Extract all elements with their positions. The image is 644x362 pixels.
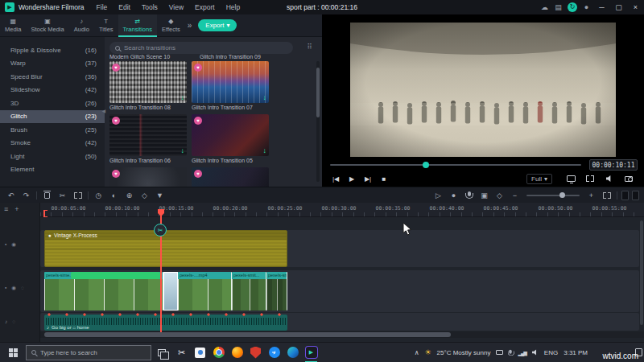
transition-thumbnail[interactable]: ♥ [192, 167, 269, 187]
add-keyframe-button[interactable]: ◇ [492, 191, 507, 200]
eye-icon[interactable]: ◉ [11, 241, 16, 248]
preview-fit-dropdown[interactable]: Full ▾ [526, 174, 552, 184]
split-button[interactable]: ✂ [55, 191, 70, 200]
transition-thumbnail[interactable]: ♥ ↓ [109, 61, 187, 103]
volume-button[interactable] [601, 175, 618, 183]
sidebar-item-slideshow[interactable]: Slideshow (42) [0, 84, 105, 97]
zoom-slider-handle[interactable] [559, 192, 565, 198]
lock-icon[interactable]: ▪ [5, 241, 6, 248]
render-preview-button[interactable]: ▷ [431, 191, 446, 200]
keyframe-button[interactable]: ◇ [137, 191, 152, 200]
transition-thumbnail[interactable]: ♥ ↓ [109, 114, 187, 156]
search-transitions-input[interactable] [124, 44, 287, 51]
tab-transitions[interactable]: ⇄ Transitions [118, 14, 157, 37]
snap-button[interactable]: ▣ [477, 191, 492, 200]
menu-tools[interactable]: Tools [136, 3, 163, 11]
motion-tracking-button[interactable]: ⊕ [122, 191, 137, 200]
timeline-ruler[interactable]: 00:00:05:00 00:00:10:00 00:00:15:00 00:0… [40, 203, 644, 217]
effect-clip[interactable]: ● Vintage X-Process [44, 230, 287, 267]
more-tabs-button[interactable]: » [185, 21, 195, 30]
language-indicator[interactable]: ENG [544, 349, 558, 356]
undo-button[interactable]: ↶ [3, 191, 19, 200]
timeline-vscroll-thumb[interactable] [640, 220, 643, 325]
next-frame-button[interactable]: ▶| [361, 175, 375, 183]
transition-card-partial[interactable]: ♥ [109, 167, 187, 187]
clock[interactable]: 3:31 PM [564, 349, 588, 356]
menu-edit[interactable]: Edit [113, 3, 136, 11]
sidebar-item-brush[interactable]: Brush (25) [0, 123, 105, 137]
sidebar-item-ripple-dissolve[interactable]: Ripple & Dissolve (16) [0, 43, 105, 57]
record-button[interactable]: ● [446, 191, 461, 200]
tab-audio[interactable]: ♪ Audio [69, 14, 94, 37]
transition-thumbnail[interactable]: ♥ ↓ [192, 114, 269, 156]
menu-view[interactable]: View [163, 3, 189, 11]
transition-card-05[interactable]: ♥ ↓ Glitch Intro Transition 05 [192, 114, 269, 163]
download-icon[interactable]: ↓ [263, 93, 267, 101]
filmora-app-icon[interactable]: ▶ [302, 343, 320, 362]
network-icon[interactable]: ▂▄▆ [518, 350, 526, 356]
favorite-icon[interactable]: ♥ [112, 64, 120, 72]
video-clip-2[interactable]: pexels-....mp4 [178, 272, 232, 311]
grid-scrollbar[interactable] [316, 61, 320, 182]
messenger-app-icon[interactable] [265, 343, 283, 362]
manage-tracks-icon[interactable]: ≡ [4, 205, 8, 213]
sidebar-item-element[interactable]: Element [0, 163, 105, 177]
lock-icon[interactable]: ▪ [5, 285, 6, 291]
fit-timeline-button[interactable] [599, 192, 614, 199]
favorite-icon[interactable]: ♥ [194, 117, 202, 125]
video-clip-selected[interactable] [163, 272, 178, 311]
transition-thumbnail[interactable]: ♥ [109, 167, 187, 187]
weather-text[interactable]: 25°C Mostly sunny [437, 349, 491, 356]
voiceover-button[interactable] [461, 191, 477, 199]
scrubber-handle[interactable] [423, 162, 429, 168]
download-icon[interactable]: ↓ [181, 93, 185, 101]
video-clip-4[interactable]: pexels-smi... [266, 272, 287, 311]
stop-button[interactable]: ■ [377, 175, 391, 183]
tab-effects[interactable]: ◆ Effects [157, 14, 185, 37]
minimize-button[interactable]: ─ [593, 0, 610, 14]
zoom-in-button[interactable]: + [584, 191, 599, 200]
add-track-icon[interactable]: + [14, 205, 19, 213]
touch-keyboard-icon[interactable] [496, 350, 503, 355]
tab-media[interactable]: ▦ Media [0, 14, 26, 37]
volume-tray-icon[interactable] [532, 349, 539, 356]
account-icon[interactable]: ● [580, 3, 593, 11]
layout-icon[interactable]: ▤ [551, 3, 565, 11]
clip-in-marker[interactable] [43, 210, 47, 217]
tab-stock-media[interactable]: ▣ Stock Media [26, 14, 68, 37]
mute-icon[interactable]: ◌ [12, 319, 15, 324]
transition-card-08[interactable]: ♥ ↓ Glitch Intro Transition 08 [109, 61, 187, 110]
transition-thumbnail[interactable]: ♥ ↓ [192, 61, 269, 103]
show-hidden-icons-button[interactable]: ∧ [415, 349, 419, 356]
collapse-sidebar-icon[interactable]: ◀ [101, 108, 105, 113]
taskbar-search-box[interactable] [26, 345, 151, 360]
tab-titles[interactable]: T Titles [94, 14, 118, 37]
search-transitions-box[interactable] [109, 42, 293, 54]
speed-ramp-bar[interactable] [71, 272, 160, 279]
taskbar-search-input[interactable] [40, 349, 146, 356]
firefox-app-icon[interactable] [228, 343, 246, 362]
defender-app-icon[interactable] [246, 343, 265, 362]
phone-preview-toggle[interactable] [621, 191, 629, 200]
eye-icon[interactable]: ◉ [11, 285, 16, 291]
task-view-button[interactable] [158, 349, 166, 356]
favorite-icon[interactable]: ♥ [194, 170, 202, 178]
sidebar-item-glitch[interactable]: Glitch (23) [0, 110, 105, 124]
favorite-icon[interactable]: ♥ [112, 117, 120, 125]
microphone-tray-icon[interactable] [510, 349, 512, 356]
sidebar-item-smoke[interactable]: Smoke (42) [0, 137, 105, 150]
sidebar-item-warp[interactable]: Warp (37) [0, 57, 105, 71]
transition-card-07[interactable]: ♥ ↓ Glitch Intro Transition 07 [192, 61, 269, 110]
timeline-hscroll-thumb[interactable] [44, 332, 451, 337]
edge-app-icon[interactable] [283, 343, 302, 362]
export-button[interactable]: Export ▾ [198, 19, 237, 31]
transition-card-partial[interactable]: ♥ [192, 167, 269, 187]
transition-card-06[interactable]: ♥ ↓ Glitch Intro Transition 06 [109, 114, 187, 163]
chrome-app-icon[interactable] [209, 343, 228, 362]
download-icon[interactable]: ↓ [263, 146, 267, 154]
sidebar-item-3d[interactable]: 3D (26) [0, 97, 105, 110]
cloud-icon[interactable]: ☁ [538, 3, 551, 11]
color-button[interactable]: ◐ [106, 191, 122, 200]
snip-app-icon[interactable]: ✂ [172, 343, 191, 362]
crop-button[interactable] [70, 192, 85, 199]
